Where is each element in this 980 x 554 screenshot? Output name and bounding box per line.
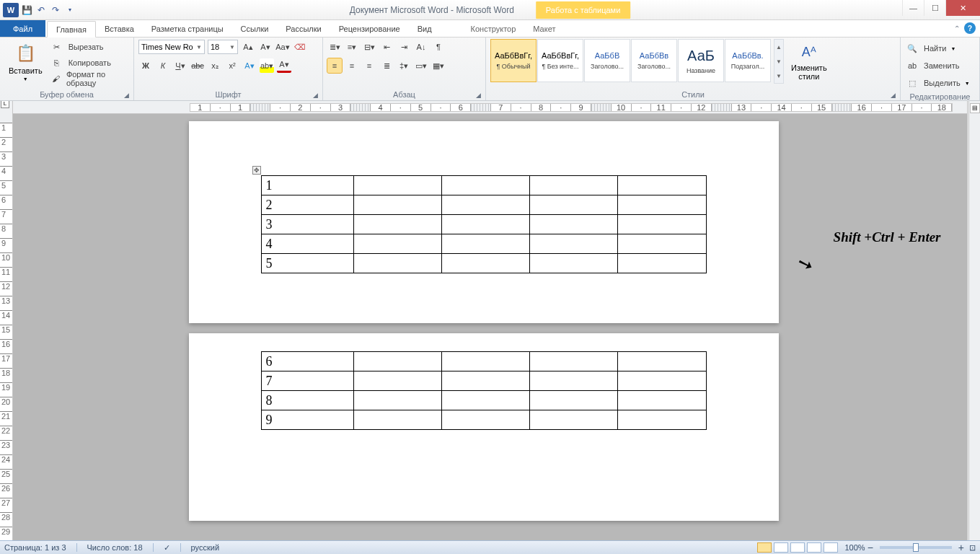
- italic-button[interactable]: К: [156, 58, 170, 73]
- paste-button[interactable]: 📋 Вставить ▼: [4, 39, 47, 87]
- tab-layout[interactable]: Разметка страницы: [143, 20, 232, 37]
- page-status[interactable]: Страница: 1 из 3: [4, 543, 66, 552]
- tab-view[interactable]: Вид: [409, 20, 441, 37]
- redo-icon[interactable]: ↷: [49, 4, 62, 17]
- dialog-launcher-icon[interactable]: ◢: [124, 92, 129, 99]
- highlight-icon[interactable]: ab▾: [260, 58, 274, 73]
- save-icon[interactable]: 💾: [20, 4, 33, 17]
- subscript-button[interactable]: x₂: [208, 58, 222, 73]
- superscript-button[interactable]: x²: [225, 58, 239, 73]
- zoom-slider[interactable]: [880, 546, 952, 549]
- cut-button[interactable]: Вырезать: [67, 43, 105, 51]
- style-item[interactable]: АаБбВвГг,¶ Без инте...: [537, 39, 583, 82]
- help-icon[interactable]: ?: [964, 22, 976, 34]
- change-styles-button[interactable]: Aᴬ Изменить стили: [787, 39, 831, 84]
- align-left-button[interactable]: ≡: [327, 58, 342, 73]
- style-scroll[interactable]: ▲▼▼: [774, 39, 784, 84]
- font-name-combo[interactable]: Times New Ro▼: [138, 40, 205, 54]
- grow-font-icon[interactable]: A▴: [241, 40, 255, 54]
- style-item[interactable]: АаБНазвание: [678, 39, 724, 82]
- text-effects-icon[interactable]: A▾: [242, 58, 257, 73]
- tab-mailings[interactable]: Рассылки: [277, 20, 330, 37]
- zoom-in-button[interactable]: +: [958, 542, 964, 553]
- view-print-layout[interactable]: [757, 542, 772, 553]
- replace-button[interactable]: Заменить: [922, 61, 961, 70]
- view-draft[interactable]: [824, 542, 838, 553]
- clear-format-icon[interactable]: ⌫: [293, 40, 307, 54]
- language-status[interactable]: русский: [191, 543, 219, 552]
- zoom-level[interactable]: 100%: [844, 543, 865, 552]
- table-row[interactable]: 3: [261, 215, 706, 234]
- minimize-button[interactable]: —: [902, 0, 924, 16]
- maximize-button[interactable]: ☐: [924, 0, 945, 16]
- view-full-screen[interactable]: [774, 542, 788, 553]
- word-count[interactable]: Число слов: 18: [87, 543, 143, 552]
- format-painter-button[interactable]: Формат по образцу: [65, 70, 129, 87]
- tab-selector[interactable]: L: [1, 101, 9, 108]
- align-right-button[interactable]: ≡: [362, 58, 376, 73]
- decrease-indent-icon[interactable]: ⇤: [379, 40, 394, 54]
- change-case-icon[interactable]: Aa▾: [275, 40, 290, 54]
- table-row[interactable]: 4: [261, 234, 706, 254]
- dialog-launcher-icon[interactable]: ◢: [313, 92, 318, 99]
- shading-icon[interactable]: ▭▾: [414, 58, 428, 73]
- select-button[interactable]: Выделить: [922, 79, 962, 87]
- vertical-ruler[interactable]: L 12345678910111213141516171819202122232…: [0, 101, 13, 540]
- shrink-font-icon[interactable]: A▾: [258, 40, 273, 54]
- close-button[interactable]: ✕: [945, 0, 980, 16]
- table-row[interactable]: 2: [261, 195, 706, 215]
- table-row[interactable]: 8: [261, 391, 706, 410]
- tab-file[interactable]: Файл: [0, 20, 45, 37]
- table-move-handle[interactable]: ✥: [252, 166, 261, 175]
- horizontal-ruler[interactable]: 1·1·2·34·5·67·8·910·11·1213·14·1516·17·1…: [13, 101, 967, 114]
- undo-icon[interactable]: ↶: [35, 4, 48, 17]
- table-row[interactable]: 1: [261, 176, 706, 195]
- table-row[interactable]: 7: [261, 371, 706, 391]
- tab-design[interactable]: Конструктор: [462, 20, 525, 37]
- copy-button[interactable]: Копировать: [67, 58, 112, 67]
- table-row[interactable]: 5: [261, 254, 706, 273]
- underline-button[interactable]: Ч▾: [173, 58, 187, 73]
- borders-icon[interactable]: ▦▾: [431, 58, 446, 73]
- bold-button[interactable]: Ж: [138, 58, 153, 73]
- show-marks-icon[interactable]: ¶: [431, 40, 446, 54]
- cut-icon[interactable]: ✂: [50, 40, 64, 54]
- style-item[interactable]: АаБбВвГг,¶ Обычный: [490, 39, 537, 82]
- justify-button[interactable]: ≣: [379, 58, 394, 73]
- ribbon-minimize-icon[interactable]: ⌃: [954, 25, 960, 32]
- align-center-button[interactable]: ≡: [345, 58, 359, 73]
- table-1[interactable]: 12345: [261, 175, 707, 273]
- tab-table-layout[interactable]: Макет: [524, 20, 564, 37]
- line-spacing-icon[interactable]: ‡▾: [397, 58, 411, 73]
- table-row[interactable]: 9: [261, 410, 706, 430]
- find-icon[interactable]: 🔍: [905, 41, 919, 56]
- table-2[interactable]: 6789: [261, 351, 707, 430]
- zoom-fit-icon[interactable]: ⊡: [969, 543, 976, 553]
- font-size-combo[interactable]: 18▼: [208, 40, 238, 54]
- multilevel-icon[interactable]: ⊟▾: [362, 40, 376, 54]
- increase-indent-icon[interactable]: ⇥: [397, 40, 411, 54]
- numbering-icon[interactable]: ≡▾: [345, 40, 359, 54]
- style-item[interactable]: АаБбВв.Подзагол...: [725, 39, 771, 82]
- tab-references[interactable]: Ссылки: [232, 20, 278, 37]
- style-item[interactable]: АаБбВЗаголово...: [584, 39, 630, 82]
- tab-insert[interactable]: Вставка: [96, 20, 143, 37]
- view-outline[interactable]: [807, 542, 821, 553]
- style-item[interactable]: АаБбВвЗаголово...: [631, 39, 677, 82]
- zoom-out-button[interactable]: −: [868, 542, 873, 553]
- document-area[interactable]: ✥ 12345 Shift +Ctrl + Enter ➚ 6789: [13, 114, 954, 540]
- bullets-icon[interactable]: ≣▾: [327, 40, 342, 54]
- find-button[interactable]: Найти: [922, 44, 948, 53]
- format-painter-icon[interactable]: 🖌: [50, 71, 62, 86]
- dialog-launcher-icon[interactable]: ◢: [476, 92, 481, 99]
- strike-button[interactable]: abc: [190, 58, 205, 73]
- replace-icon[interactable]: ab: [905, 58, 919, 73]
- tab-review[interactable]: Рецензирование: [330, 20, 409, 37]
- font-color-icon[interactable]: A▾: [277, 58, 291, 73]
- ruler-toggle-icon[interactable]: ▤: [970, 103, 980, 113]
- dialog-launcher-icon[interactable]: ◢: [891, 92, 896, 99]
- view-web[interactable]: [790, 542, 805, 553]
- qat-more-icon[interactable]: ▾: [63, 4, 76, 17]
- copy-icon[interactable]: ⎘: [50, 56, 64, 70]
- table-row[interactable]: 6: [261, 352, 706, 371]
